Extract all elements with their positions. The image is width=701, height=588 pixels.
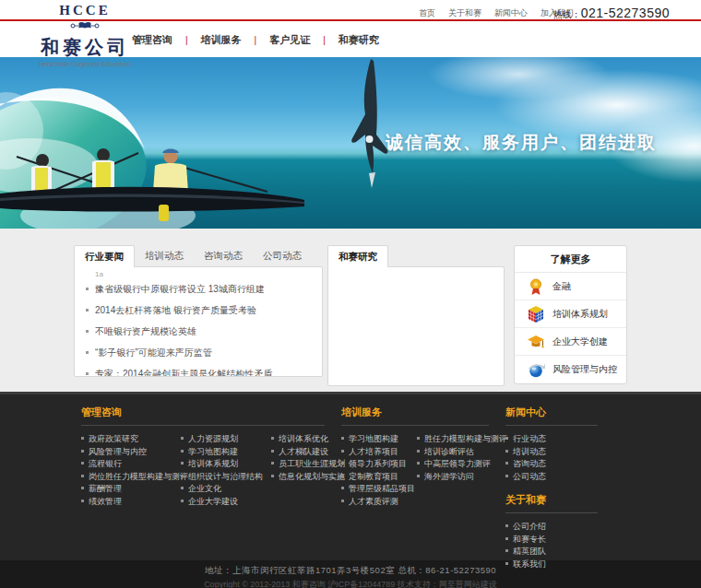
footer-links: 培训体系优化人才梯队建设员工职业生涯规划信息化规划与实施: [271, 433, 341, 508]
main-nav-link[interactable]: 培训服务: [201, 33, 242, 47]
footer-link-item: 培训动态: [505, 446, 614, 459]
logo-company-name-en: HeroCircle Corporate Education: [31, 61, 138, 67]
footer-link-item: 咨询动态: [505, 458, 614, 471]
utility-link[interactable]: 首页: [419, 7, 435, 19]
site-header: HCCE 和赛公司 HeroCircle Corporate Education…: [0, 0, 701, 57]
footer-link[interactable]: 培训动态: [513, 447, 546, 456]
research-panel: [327, 266, 505, 386]
learn-more-item-corporate-university[interactable]: 企业大学创建: [515, 328, 626, 356]
learn-more-item-finance[interactable]: 金融: [515, 273, 626, 300]
news-tab[interactable]: 培训动态: [135, 245, 194, 266]
footer-link[interactable]: 组织设计与治理结构: [188, 472, 263, 481]
footer-link[interactable]: 信息化规划与实施: [279, 472, 345, 481]
footer-link[interactable]: 人力资源规划: [188, 434, 238, 443]
footer-link[interactable]: 公司介绍: [513, 522, 546, 531]
clipped-scrolling-text: 1a: [86, 270, 311, 278]
news-tab[interactable]: 咨询动态: [194, 245, 253, 266]
main-nav-link[interactable]: 客户见证: [269, 33, 310, 47]
footer-link[interactable]: 咨询动态: [513, 459, 546, 468]
learn-more-box: 了解更多 金融 培训体系规划: [514, 245, 627, 384]
utility-nav: 首页关于和赛新闻中心加入我们: [406, 7, 574, 19]
footer-link-item: 员工职业生涯规划: [271, 458, 341, 471]
footer-link[interactable]: 人才梯队建设: [279, 447, 328, 456]
footer-links: 学习地图构建人才培养项目领导力系列项目定制教育项目管理层级精品项目人才素质评测: [341, 433, 417, 508]
news-item-link[interactable]: 不唯银行资产规模论英雄: [95, 326, 196, 336]
site-logo[interactable]: HCCE 和赛公司 HeroCircle Corporate Education: [31, 3, 138, 67]
footer-link-item: 公司介绍: [505, 521, 614, 534]
main-nav-item: 和赛研究: [310, 33, 379, 47]
research-tab[interactable]: 和赛研究: [327, 245, 388, 267]
cube-icon: [527, 305, 545, 323]
main-nav-item: 培训服务: [172, 33, 242, 47]
footer-links: 人力资源规划学习地图构建培训体系规划组织设计与治理结构企业文化企业大学建设: [181, 433, 271, 508]
news-box: 行业要闻培训动态咨询动态公司动态 1a 豫省级银行中原银行将设立 13城商行组建…: [74, 245, 323, 377]
learn-more-item-risk-control[interactable]: 风险管理与内控: [515, 356, 626, 383]
footer-link[interactable]: 中高层领导力测评: [424, 459, 491, 468]
news-tabs: 行业要闻培训动态咨询动态公司动态: [74, 245, 323, 266]
footer-link[interactable]: 企业大学建设: [188, 497, 238, 506]
footer-section-about: 关于和赛 公司介绍和赛专长精英团队联系我们: [505, 493, 614, 570]
footer-link-item: 培训诊断评估: [417, 446, 505, 459]
footer-link[interactable]: 薪酬管理: [89, 484, 122, 493]
footer-link-item: 学习地图构建: [341, 433, 417, 446]
footer-link[interactable]: 人才素质评测: [349, 497, 398, 506]
main-nav-item: 客户见证: [242, 33, 311, 47]
footer-link-item: 定制教育项目: [341, 471, 417, 484]
news-item: 专家：2014金融创新主题是化解结构性矛盾: [86, 363, 311, 377]
footer-link[interactable]: 员工职业生涯规划: [279, 459, 345, 468]
footer-link[interactable]: 风险管理与内控: [89, 447, 147, 456]
footer-link[interactable]: 联系我们: [513, 559, 546, 569]
footer-link-item: 培训体系规划: [181, 458, 271, 471]
footer-link-item: 人力资源规划: [181, 433, 271, 446]
footer-link[interactable]: 培训体系优化: [279, 434, 328, 443]
news-item: 2014去杠杆将落地 银行资产质量受考验: [86, 300, 311, 321]
news-item-link[interactable]: 豫省级银行中原银行将设立 13城商行组建: [95, 284, 265, 294]
footer-link[interactable]: 培训诊断评估: [424, 447, 474, 456]
footer-link[interactable]: 定制教育项目: [349, 472, 398, 481]
footer-link[interactable]: 企业文化: [188, 484, 221, 493]
news-item-link[interactable]: 专家：2014金融创新主题是化解结构性矛盾: [95, 369, 272, 377]
main-nav-link[interactable]: 和赛研究: [339, 33, 379, 47]
footer-link-item: 风险管理与内控: [81, 446, 181, 459]
footer-link[interactable]: 学习地图构建: [188, 447, 238, 456]
hotline-number: 021-52273590: [581, 6, 670, 20]
footer-link[interactable]: 公司动态: [513, 472, 546, 481]
footer-link[interactable]: 海外游学访问: [424, 472, 474, 481]
footer-section-news-center: 新闻中心 行业动态培训动态咨询动态公司动态: [505, 406, 614, 483]
footer-link[interactable]: 绩效管理: [89, 497, 122, 506]
footer-link[interactable]: 精英团队: [513, 547, 546, 556]
footer-section-right: 新闻中心 行业动态培训动态咨询动态公司动态 关于和赛 公司介绍和赛专长精英团队联…: [505, 406, 614, 570]
news-item-link[interactable]: 2014去杠杆将落地 银行资产质量受考验: [95, 305, 256, 315]
utility-link[interactable]: 关于和赛: [448, 7, 481, 19]
footer-link[interactable]: 人才培养项目: [349, 447, 398, 456]
news-tab[interactable]: 行业要闻: [74, 245, 135, 267]
learn-more-item-training-system[interactable]: 培训体系规划: [515, 300, 626, 328]
footer-link[interactable]: 学习地图构建: [349, 434, 398, 443]
footer-link[interactable]: 胜任力模型构建与测评: [424, 434, 507, 443]
news-item-link[interactable]: “影子银行”可能迎来严厉监管: [95, 347, 212, 358]
footer-link[interactable]: 领导力系列项目: [349, 459, 407, 468]
open-book-icon: [63, 21, 107, 30]
footer-link[interactable]: 培训体系规划: [188, 459, 238, 468]
footer-link-item: 领导力系列项目: [341, 458, 417, 471]
utility-link[interactable]: 新闻中心: [494, 7, 528, 19]
footer-link[interactable]: 政府政策研究: [89, 434, 138, 443]
footer-link-item: 学习地图构建: [181, 446, 271, 459]
footer-links: 公司介绍和赛专长精英团队联系我们: [505, 521, 614, 570]
footer-link[interactable]: 流程银行: [89, 459, 122, 468]
footer-link-item: 岗位胜任力模型构建与测评: [81, 471, 181, 484]
footer-heading: 培训服务: [341, 406, 489, 426]
hero-tagline: 诚信高效、服务用户、团结进取: [386, 131, 657, 155]
footer-link[interactable]: 和赛专长: [513, 535, 546, 544]
graduation-cap-icon: [527, 333, 545, 351]
news-tab[interactable]: 公司动态: [253, 245, 312, 266]
footer-link[interactable]: 行业动态: [513, 434, 546, 443]
footer-link-item: 行业动态: [505, 433, 614, 446]
footer-heading: 管理咨询: [81, 406, 325, 426]
footer-link[interactable]: 管理层级精品项目: [349, 484, 415, 493]
footer-link-item: 培训体系优化: [271, 433, 341, 446]
hotline-label: 热线：: [553, 9, 581, 19]
footer-links: 行业动态培训动态咨询动态公司动态: [505, 433, 614, 483]
learn-more-label: 风险管理与内控: [552, 363, 617, 376]
footer-link[interactable]: 岗位胜任力模型构建与测评: [89, 472, 188, 481]
